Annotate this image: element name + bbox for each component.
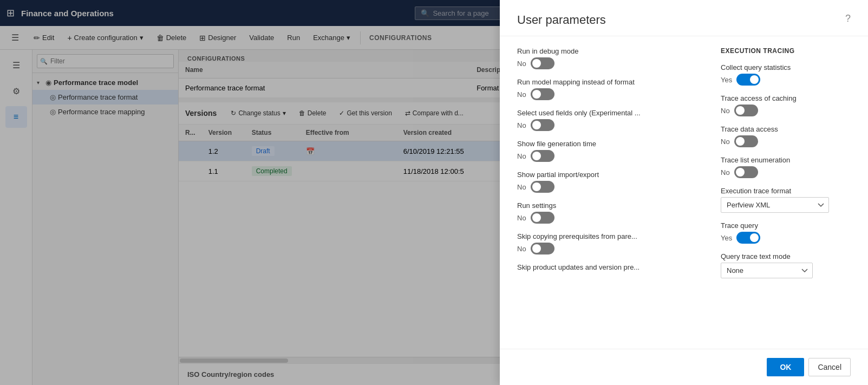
help-icon[interactable]: ? <box>845 13 851 24</box>
dialog-header: User parameters ? <box>500 0 868 36</box>
toggle-slider-4 <box>531 150 554 162</box>
execution-tracing-title: EXECUTION TRACING <box>721 47 851 55</box>
toggle-slider-3 <box>531 119 554 131</box>
param-collect-query: Collect query statistics Yes <box>721 63 851 86</box>
execution-trace-format-select[interactable]: Perfview XML ETW None <box>721 197 829 213</box>
run-settings-toggle[interactable] <box>531 212 554 224</box>
trace-list-toggle[interactable] <box>734 166 758 178</box>
trace-caching-toggle[interactable] <box>734 105 758 116</box>
param-execution-trace-format: Execution trace format Perfview XML ETW … <box>721 187 851 213</box>
toggle-slider-10 <box>734 135 758 147</box>
param-skip-product: Skip product updates and version pre... <box>517 263 703 271</box>
ok-button[interactable]: OK <box>767 358 804 376</box>
param-skip-copying: Skip copying prerequisites from pare... … <box>517 232 703 255</box>
param-trace-data: Trace data access No <box>721 125 851 147</box>
param-select-used-fields: Select used fields only (Experimental ..… <box>517 109 703 131</box>
param-show-partial: Show partial import/export No <box>517 171 703 193</box>
params-right: EXECUTION TRACING Collect query statisti… <box>721 47 851 338</box>
param-run-debug: Run in debug mode No <box>517 47 703 69</box>
toggle-slider-9 <box>734 105 758 116</box>
toggle-slider-8 <box>736 74 760 86</box>
param-trace-caching: Trace access of caching No <box>721 94 851 116</box>
trace-query-toggle[interactable] <box>736 232 760 244</box>
toggle-slider-5 <box>531 181 554 193</box>
dialog-footer: OK Cancel <box>500 349 868 385</box>
show-file-gen-toggle[interactable] <box>531 150 554 162</box>
select-fields-toggle[interactable] <box>531 119 554 131</box>
toggle-slider-7 <box>531 243 554 255</box>
dialog-title: User parameters <box>517 13 606 27</box>
toggle-slider <box>531 57 554 69</box>
query-trace-text-select[interactable]: None Full Compact <box>721 263 813 278</box>
dialog-content: Run in debug mode No Run model mapping i… <box>500 36 868 349</box>
trace-data-toggle[interactable] <box>734 135 758 147</box>
toggle-slider-2 <box>531 88 554 100</box>
param-trace-query: Trace query Yes <box>721 221 851 244</box>
param-show-file-gen: Show file generation time No <box>517 140 703 162</box>
params-left: Run in debug mode No Run model mapping i… <box>517 47 703 338</box>
toggle-slider-6 <box>531 212 554 224</box>
collect-query-toggle[interactable] <box>736 74 760 86</box>
run-debug-toggle[interactable] <box>531 57 554 69</box>
param-trace-list: Trace list enumeration No <box>721 156 851 178</box>
param-run-settings: Run settings No <box>517 201 703 224</box>
param-run-model-mapping: Run model mapping instead of format No <box>517 78 703 100</box>
toggle-slider-11 <box>734 166 758 178</box>
user-parameters-dialog: User parameters ? Run in debug mode No R… <box>500 0 868 385</box>
run-model-toggle[interactable] <box>531 88 554 100</box>
skip-copying-toggle[interactable] <box>531 243 554 255</box>
param-query-trace-text: Query trace text mode None Full Compact <box>721 252 851 278</box>
show-partial-toggle[interactable] <box>531 181 554 193</box>
cancel-button[interactable]: Cancel <box>808 358 851 376</box>
toggle-slider-12 <box>736 232 760 244</box>
